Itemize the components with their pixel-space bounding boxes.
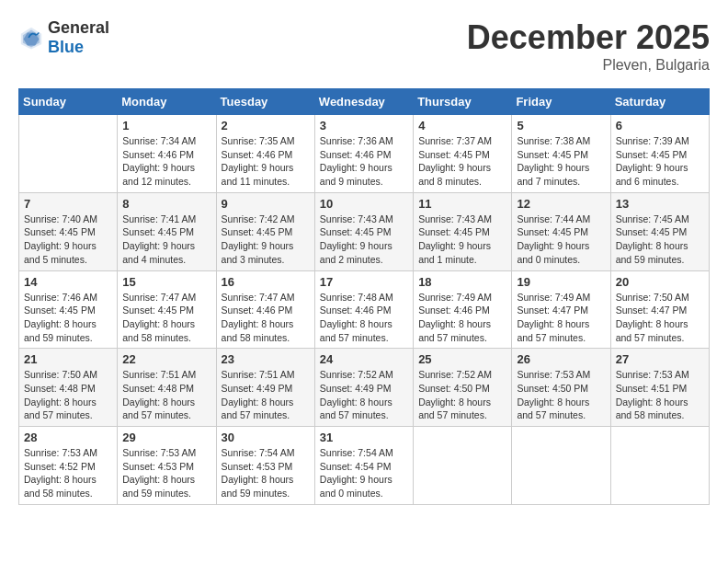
day-number: 2 — [222, 119, 310, 132]
day-number: 12 — [517, 197, 605, 211]
day-number: 11 — [418, 197, 506, 211]
calendar-table: SundayMondayTuesdayWednesdayThursdayFrid… — [18, 88, 710, 505]
calendar-week-row: 7Sunrise: 7:40 AM Sunset: 4:45 PM Daylig… — [19, 192, 710, 270]
day-info: Sunrise: 7:43 AM Sunset: 4:45 PM Dayligh… — [320, 213, 408, 267]
day-info: Sunrise: 7:41 AM Sunset: 4:45 PM Dayligh… — [122, 213, 210, 267]
calendar-cell: 26Sunrise: 7:53 AM Sunset: 4:50 PM Dayli… — [512, 349, 610, 427]
calendar-cell: 22Sunrise: 7:51 AM Sunset: 4:48 PM Dayli… — [118, 349, 216, 427]
day-info: Sunrise: 7:46 AM Sunset: 4:45 PM Dayligh… — [24, 291, 112, 345]
day-number: 3 — [320, 119, 408, 132]
day-info: Sunrise: 7:45 AM Sunset: 4:45 PM Dayligh… — [616, 213, 704, 267]
calendar-cell — [19, 115, 118, 193]
day-number: 27 — [616, 352, 704, 366]
day-info: Sunrise: 7:35 AM Sunset: 4:46 PM Dayligh… — [222, 134, 310, 189]
calendar-cell: 20Sunrise: 7:50 AM Sunset: 4:47 PM Dayli… — [610, 270, 709, 349]
day-number: 31 — [320, 431, 408, 444]
day-number: 8 — [122, 197, 210, 211]
day-info: Sunrise: 7:51 AM Sunset: 4:48 PM Dayligh… — [122, 368, 210, 422]
weekday-header: Thursday — [414, 89, 512, 115]
page-header: General Blue December 2025 Pleven, Bulga… — [18, 18, 710, 74]
day-number: 4 — [418, 119, 506, 132]
day-info: Sunrise: 7:53 AM Sunset: 4:52 PM Dayligh… — [24, 446, 112, 500]
calendar-cell: 7Sunrise: 7:40 AM Sunset: 4:45 PM Daylig… — [19, 192, 118, 270]
logo-icon — [18, 25, 44, 51]
day-info: Sunrise: 7:47 AM Sunset: 4:45 PM Dayligh… — [122, 291, 210, 345]
day-number: 5 — [517, 119, 605, 132]
calendar-cell: 25Sunrise: 7:52 AM Sunset: 4:50 PM Dayli… — [414, 349, 512, 427]
calendar-cell: 31Sunrise: 7:54 AM Sunset: 4:54 PM Dayli… — [314, 427, 413, 505]
day-number: 22 — [122, 352, 210, 366]
calendar-cell — [414, 427, 512, 505]
day-info: Sunrise: 7:50 AM Sunset: 4:47 PM Dayligh… — [616, 291, 704, 345]
calendar-cell: 18Sunrise: 7:49 AM Sunset: 4:46 PM Dayli… — [414, 270, 512, 349]
calendar-cell: 3Sunrise: 7:36 AM Sunset: 4:46 PM Daylig… — [314, 115, 413, 193]
day-info: Sunrise: 7:39 AM Sunset: 4:45 PM Dayligh… — [616, 134, 704, 189]
day-number: 19 — [517, 275, 605, 289]
calendar-cell: 11Sunrise: 7:43 AM Sunset: 4:45 PM Dayli… — [414, 192, 512, 270]
calendar-cell — [610, 427, 709, 505]
day-number: 25 — [418, 352, 506, 366]
calendar-cell: 29Sunrise: 7:53 AM Sunset: 4:53 PM Dayli… — [118, 427, 216, 505]
day-number: 29 — [122, 431, 210, 444]
calendar-cell: 1Sunrise: 7:34 AM Sunset: 4:46 PM Daylig… — [118, 115, 216, 193]
weekday-header: Friday — [512, 89, 610, 115]
calendar-week-row: 21Sunrise: 7:50 AM Sunset: 4:48 PM Dayli… — [19, 349, 710, 427]
logo-text: General Blue — [48, 18, 109, 57]
day-info: Sunrise: 7:50 AM Sunset: 4:48 PM Dayligh… — [24, 368, 112, 422]
day-info: Sunrise: 7:37 AM Sunset: 4:45 PM Dayligh… — [418, 134, 506, 189]
weekday-header: Tuesday — [216, 89, 314, 115]
month-title: December 2025 — [467, 18, 710, 57]
day-number: 1 — [122, 119, 210, 132]
calendar-cell: 23Sunrise: 7:51 AM Sunset: 4:49 PM Dayli… — [216, 349, 314, 427]
day-info: Sunrise: 7:49 AM Sunset: 4:47 PM Dayligh… — [517, 291, 605, 345]
day-info: Sunrise: 7:54 AM Sunset: 4:54 PM Dayligh… — [320, 446, 408, 500]
calendar-cell: 24Sunrise: 7:52 AM Sunset: 4:49 PM Dayli… — [314, 349, 413, 427]
title-block: December 2025 Pleven, Bulgaria — [467, 18, 710, 74]
calendar-cell: 28Sunrise: 7:53 AM Sunset: 4:52 PM Dayli… — [19, 427, 118, 505]
day-number: 16 — [222, 275, 310, 289]
day-info: Sunrise: 7:43 AM Sunset: 4:45 PM Dayligh… — [418, 213, 506, 267]
weekday-header: Monday — [118, 89, 216, 115]
weekday-header: Saturday — [610, 89, 709, 115]
day-info: Sunrise: 7:53 AM Sunset: 4:51 PM Dayligh… — [616, 368, 704, 422]
logo-general: General — [48, 18, 109, 37]
calendar-cell: 14Sunrise: 7:46 AM Sunset: 4:45 PM Dayli… — [19, 270, 118, 349]
day-number: 20 — [616, 275, 704, 289]
location: Pleven, Bulgaria — [467, 57, 710, 74]
logo: General Blue — [18, 18, 109, 57]
day-number: 21 — [24, 352, 112, 366]
day-number: 17 — [320, 275, 408, 289]
day-info: Sunrise: 7:48 AM Sunset: 4:46 PM Dayligh… — [320, 291, 408, 345]
day-info: Sunrise: 7:40 AM Sunset: 4:45 PM Dayligh… — [24, 213, 112, 267]
day-info: Sunrise: 7:34 AM Sunset: 4:46 PM Dayligh… — [122, 134, 210, 189]
day-info: Sunrise: 7:47 AM Sunset: 4:46 PM Dayligh… — [222, 291, 310, 345]
calendar-cell: 10Sunrise: 7:43 AM Sunset: 4:45 PM Dayli… — [314, 192, 413, 270]
calendar-cell: 12Sunrise: 7:44 AM Sunset: 4:45 PM Dayli… — [512, 192, 610, 270]
calendar-cell: 19Sunrise: 7:49 AM Sunset: 4:47 PM Dayli… — [512, 270, 610, 349]
day-number: 23 — [222, 352, 310, 366]
calendar-week-row: 14Sunrise: 7:46 AM Sunset: 4:45 PM Dayli… — [19, 270, 710, 349]
calendar-cell — [512, 427, 610, 505]
calendar-cell: 2Sunrise: 7:35 AM Sunset: 4:46 PM Daylig… — [216, 115, 314, 193]
day-number: 15 — [122, 275, 210, 289]
day-info: Sunrise: 7:38 AM Sunset: 4:45 PM Dayligh… — [517, 134, 605, 189]
calendar-cell: 5Sunrise: 7:38 AM Sunset: 4:45 PM Daylig… — [512, 115, 610, 193]
weekday-header: Sunday — [19, 89, 118, 115]
day-number: 6 — [616, 119, 704, 132]
day-number: 24 — [320, 352, 408, 366]
day-info: Sunrise: 7:51 AM Sunset: 4:49 PM Dayligh… — [222, 368, 310, 422]
logo-blue: Blue — [48, 38, 84, 56]
day-info: Sunrise: 7:52 AM Sunset: 4:50 PM Dayligh… — [418, 368, 506, 422]
weekday-header: Wednesday — [314, 89, 413, 115]
day-number: 13 — [616, 197, 704, 211]
calendar-week-row: 28Sunrise: 7:53 AM Sunset: 4:52 PM Dayli… — [19, 427, 710, 505]
calendar-cell: 16Sunrise: 7:47 AM Sunset: 4:46 PM Dayli… — [216, 270, 314, 349]
day-info: Sunrise: 7:53 AM Sunset: 4:50 PM Dayligh… — [517, 368, 605, 422]
day-number: 14 — [24, 275, 112, 289]
day-info: Sunrise: 7:36 AM Sunset: 4:46 PM Dayligh… — [320, 134, 408, 189]
day-info: Sunrise: 7:42 AM Sunset: 4:45 PM Dayligh… — [222, 213, 310, 267]
day-number: 28 — [24, 431, 112, 444]
day-info: Sunrise: 7:53 AM Sunset: 4:53 PM Dayligh… — [122, 446, 210, 500]
day-info: Sunrise: 7:52 AM Sunset: 4:49 PM Dayligh… — [320, 368, 408, 422]
day-number: 26 — [517, 352, 605, 366]
